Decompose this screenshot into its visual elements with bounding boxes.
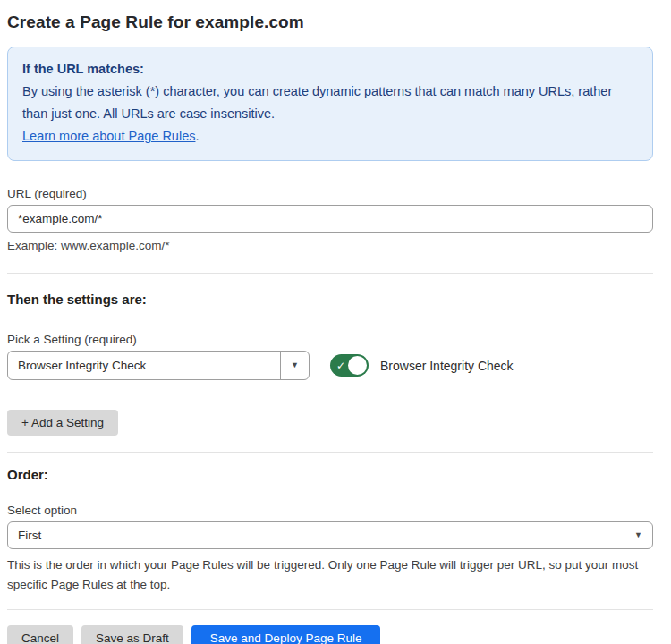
order-select[interactable]: First ▼ (7, 521, 653, 549)
add-setting-button[interactable]: + Add a Setting (7, 410, 118, 436)
save-deploy-button[interactable]: Save and Deploy Page Rule (191, 625, 381, 644)
link-suffix: . (195, 129, 199, 143)
info-box-link-line: Learn more about Page Rules. (22, 125, 638, 148)
footer-actions: Cancel Save as Draft Save and Deploy Pag… (7, 625, 653, 644)
page-title: Create a Page Rule for example.com (7, 12, 653, 33)
url-label: URL (required) (7, 187, 653, 200)
info-box-heading: If the URL matches: (22, 58, 638, 80)
cancel-button[interactable]: Cancel (7, 625, 73, 644)
order-select-label: Select option (7, 504, 653, 517)
divider-url-section (7, 273, 653, 274)
divider-settings-section (7, 452, 653, 453)
setting-dropdown-arrow-button[interactable]: ▼ (280, 352, 309, 379)
setting-toggle-label: Browser Integrity Check (380, 359, 514, 373)
setting-dropdown-value: Browser Integrity Check (8, 352, 280, 379)
setting-picker-label: Pick a Setting (required) (7, 333, 653, 346)
setting-dropdown[interactable]: Browser Integrity Check ▼ (7, 351, 310, 380)
setting-row: Browser Integrity Check ▼ ✓ Browser Inte… (7, 351, 653, 380)
learn-more-link[interactable]: Learn more about Page Rules (22, 129, 195, 143)
chevron-down-icon: ▼ (634, 531, 642, 539)
order-heading: Order: (7, 467, 653, 482)
setting-toggle[interactable]: ✓ (330, 354, 369, 377)
order-select-value: First (18, 529, 634, 542)
divider-footer (7, 609, 653, 610)
order-helper-text: This is the order in which your Page Rul… (7, 555, 653, 595)
settings-heading: Then the settings are: (7, 292, 653, 307)
info-box-body: By using the asterisk (*) character, you… (22, 80, 638, 125)
url-input[interactable] (7, 205, 653, 233)
save-draft-button[interactable]: Save as Draft (81, 625, 183, 644)
url-helper-text: Example: www.example.com/* (7, 239, 653, 252)
toggle-knob (348, 356, 367, 375)
page-rule-form: Create a Page Rule for example.com If th… (0, 0, 671, 644)
url-match-info-box: If the URL matches: By using the asteris… (7, 47, 653, 161)
check-icon: ✓ (336, 360, 345, 372)
chevron-down-icon: ▼ (291, 361, 299, 369)
